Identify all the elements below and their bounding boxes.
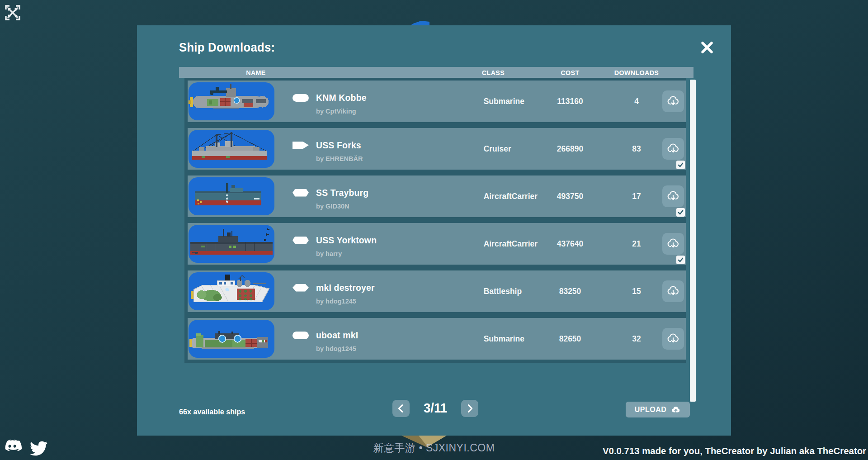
ship-hull-icon — [292, 332, 309, 339]
upload-button-label: UPLOAD — [635, 406, 667, 414]
ship-author: by harry — [316, 250, 453, 257]
ship-author: by CptViking — [316, 107, 453, 115]
next-page-button[interactable] — [461, 400, 478, 417]
downloaded-checkbox[interactable] — [676, 208, 685, 217]
ship-row[interactable]: KNM Kobbe by CptViking Submarine 113160 … — [184, 81, 686, 122]
table-header: NAME CLASS COST DOWNLOADS — [179, 67, 693, 78]
download-button[interactable] — [662, 280, 684, 302]
ship-row[interactable]: uboat mkI by hdog1245 Submarine 82650 32 — [184, 318, 686, 360]
download-button[interactable] — [662, 185, 684, 207]
ship-row[interactable]: USS Forks by EHRENBÄR Cruiser 266890 83 — [184, 128, 686, 170]
cloud-download-icon — [666, 190, 680, 203]
ship-thumbnail — [189, 272, 274, 310]
ship-class: Submarine — [458, 97, 528, 106]
download-button[interactable] — [662, 138, 684, 160]
column-header-cost: COST — [532, 69, 609, 76]
cloud-download-icon — [666, 285, 680, 298]
ship-name: SS Trayburg — [316, 188, 368, 198]
cloud-upload-icon — [671, 405, 681, 415]
ship-class: Battleship — [458, 287, 528, 296]
download-button[interactable] — [662, 328, 684, 350]
ship-row[interactable]: SS Trayburg by GID30N AircraftCarrier 49… — [184, 175, 686, 217]
ship-thumbnail — [189, 82, 274, 120]
ship-cost: 493750 — [531, 192, 610, 201]
ship-hull-icon — [292, 94, 309, 102]
ship-hull-icon — [292, 142, 309, 149]
ship-author: by EHRENBÄR — [316, 155, 453, 162]
ship-name: USS Yorktown — [316, 235, 377, 246]
ship-hull-icon — [292, 284, 309, 292]
scrollbar-thumb[interactable] — [690, 80, 696, 402]
ship-hull-icon — [292, 189, 309, 197]
column-header-class: CLASS — [459, 69, 528, 76]
ship-cost: 266890 — [531, 144, 610, 154]
close-icon[interactable] — [700, 41, 714, 54]
fullscreen-expand-icon[interactable] — [5, 5, 21, 21]
downloaded-checkbox[interactable] — [676, 256, 685, 264]
ship-cost: 437640 — [531, 239, 610, 249]
ship-row[interactable]: USS Yorktown by harry AircraftCarrier 43… — [184, 223, 686, 265]
ship-downloads-count: 83 — [612, 144, 662, 154]
downloaded-checkbox[interactable] — [676, 161, 685, 169]
ship-class: Cruiser — [458, 144, 528, 154]
ship-author: by GID30N — [316, 202, 453, 210]
ship-downloads-count: 21 — [612, 239, 662, 249]
ship-thumbnail — [189, 130, 274, 168]
cloud-download-icon — [666, 142, 680, 156]
ship-hull-icon — [292, 237, 309, 244]
ship-author: by hdog1245 — [316, 297, 453, 305]
ship-downloads-count: 32 — [612, 334, 662, 344]
ship-class: AircraftCarrier — [458, 192, 528, 201]
ship-author: by hdog1245 — [316, 345, 453, 352]
ship-name: mkI destroyer — [316, 283, 375, 293]
ship-downloads-count: 15 — [612, 287, 662, 296]
cloud-download-icon — [666, 95, 680, 108]
download-button[interactable] — [662, 90, 684, 112]
version-text: V0.0.713 made for you, TheCreator by Jul… — [603, 446, 866, 456]
background-scene-ship-peek — [410, 21, 429, 25]
ship-downloads-count: 17 — [612, 192, 662, 201]
ship-class: Submarine — [458, 334, 528, 344]
ship-row[interactable]: mkI destroyer by hdog1245 Battleship 832… — [184, 270, 686, 312]
ship-thumbnail — [189, 320, 274, 358]
ship-cost: 82650 — [531, 334, 610, 344]
ship-name: uboat mkI — [316, 330, 358, 341]
column-header-downloads: DOWNLOADS — [612, 69, 661, 76]
ship-downloads-count: 4 — [612, 97, 662, 106]
ship-cost: 113160 — [531, 97, 610, 106]
dialog-title: Ship Downloads: — [179, 41, 275, 55]
cloud-download-icon — [666, 237, 680, 251]
ship-list: KNM Kobbe by CptViking Submarine 113160 … — [184, 81, 686, 363]
ship-downloads-dialog: Ship Downloads: NAME CLASS COST DOWNLOAD… — [137, 25, 731, 436]
ship-thumbnail — [189, 177, 274, 215]
page-indicator: 3/11 — [412, 400, 458, 416]
ship-thumbnail — [189, 225, 274, 263]
ship-class: AircraftCarrier — [458, 239, 528, 249]
ship-name: USS Forks — [316, 140, 361, 151]
upload-button[interactable]: UPLOAD — [626, 402, 690, 417]
download-button[interactable] — [662, 233, 684, 255]
column-header-name: NAME — [183, 69, 329, 76]
ship-name: KNM Kobbe — [316, 93, 367, 103]
cloud-download-icon — [666, 332, 680, 346]
ship-cost: 83250 — [531, 287, 610, 296]
prev-page-button[interactable] — [392, 400, 410, 417]
